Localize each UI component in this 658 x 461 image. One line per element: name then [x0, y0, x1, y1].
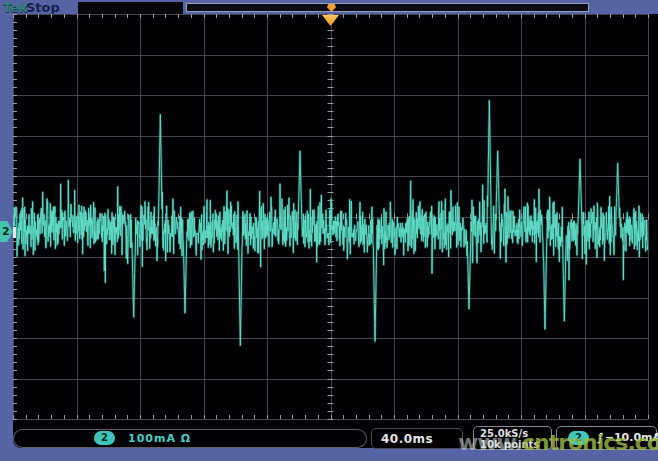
channel2-badge: 2: [94, 431, 115, 445]
watermark: www.cntronics.com: [458, 430, 658, 455]
record-view-bar[interactable]: [186, 3, 589, 12]
record-trigger-position-icon[interactable]: [327, 4, 336, 12]
acquisition-state-label: Stop: [26, 0, 60, 15]
channel2-scale-readout: 100mA Ω: [128, 432, 191, 445]
tek-logo: Tek: [3, 0, 28, 15]
channel2-position-marker[interactable]: 2: [0, 221, 13, 242]
watermark-main: cntronics.com: [522, 430, 658, 455]
watermark-prefix: www.: [458, 430, 522, 455]
timebase-readout-box[interactable]: 40.0ms: [371, 428, 463, 449]
channel2-ground-dash: [13, 227, 16, 238]
oscilloscope-screen: Tek Stop 2 2 100mA Ω 40.0ms 25.0kS/s 10k…: [0, 0, 658, 461]
waveform-display: [13, 14, 658, 425]
timebase-scale: 40.0ms: [381, 432, 433, 446]
